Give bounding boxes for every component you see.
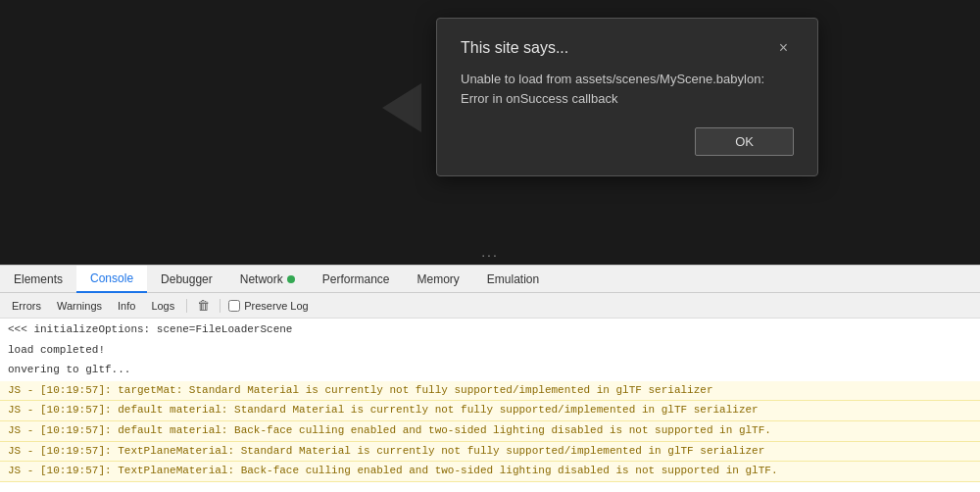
- tab-network[interactable]: Network: [226, 266, 309, 292]
- console-output[interactable]: <<< initializeOptions: scene=FileLoaderS…: [0, 319, 980, 492]
- console-line: onvering to gltf...: [0, 361, 980, 381]
- preserve-log-label[interactable]: Preserve Log: [228, 300, 308, 312]
- dialog-close-button[interactable]: ×: [773, 38, 794, 58]
- dialog-box: This site says... × Unable to load from …: [436, 18, 818, 176]
- devtools-panel: Elements Console Debugger Network Perfor…: [0, 265, 980, 492]
- tab-console[interactable]: Console: [76, 266, 147, 293]
- toolbar-separator: [186, 299, 187, 313]
- collapse-handle: ...: [481, 244, 499, 260]
- filter-info[interactable]: Info: [114, 298, 139, 314]
- console-line: JS - [10:19:57]: TextPlaneMaterial: Back…: [0, 462, 980, 482]
- console-line: <<< initializeOptions: scene=FileLoaderS…: [0, 320, 980, 341]
- tab-debugger[interactable]: Debugger: [147, 266, 226, 292]
- tab-emulation[interactable]: Emulation: [473, 266, 553, 292]
- tab-memory[interactable]: Memory: [404, 266, 473, 292]
- network-recording-dot: [287, 275, 295, 283]
- filter-logs[interactable]: Logs: [147, 298, 178, 314]
- toolbar-separator-2: [220, 299, 220, 313]
- dialog-message: Unable to load from assets/scenes/MyScen…: [461, 70, 794, 108]
- tab-elements[interactable]: Elements: [0, 266, 76, 292]
- console-line: JS - [10:19:57]: default material: Stand…: [0, 401, 980, 421]
- dialog-title: This site says...: [461, 39, 568, 57]
- filter-errors[interactable]: Errors: [8, 298, 45, 314]
- dialog-ok-button[interactable]: OK: [695, 127, 794, 156]
- filter-warnings[interactable]: Warnings: [53, 298, 106, 314]
- clear-console-button[interactable]: 🗑: [195, 298, 212, 313]
- console-line: JS - [10:19:57]: targetMat: Standard Mat…: [0, 381, 980, 402]
- svg-marker-0: [382, 83, 421, 132]
- dialog-titlebar: This site says... ×: [461, 38, 794, 58]
- console-line: load completed!: [0, 341, 980, 362]
- back-arrow-icon: [372, 78, 431, 137]
- preserve-log-checkbox[interactable]: [228, 300, 240, 312]
- devtools-tabbar: Elements Console Debugger Network Perfor…: [0, 266, 980, 293]
- console-subtoolbar: Errors Warnings Info Logs 🗑 Preserve Log: [0, 293, 980, 319]
- tab-performance[interactable]: Performance: [309, 266, 404, 292]
- app-area: ... This site says... × Unable to load f…: [0, 0, 980, 265]
- console-line: JS - [10:19:57]: default material: Back-…: [0, 421, 980, 442]
- console-line: JS - [10:19:57]: TextPlaneMaterial: Stan…: [0, 442, 980, 463]
